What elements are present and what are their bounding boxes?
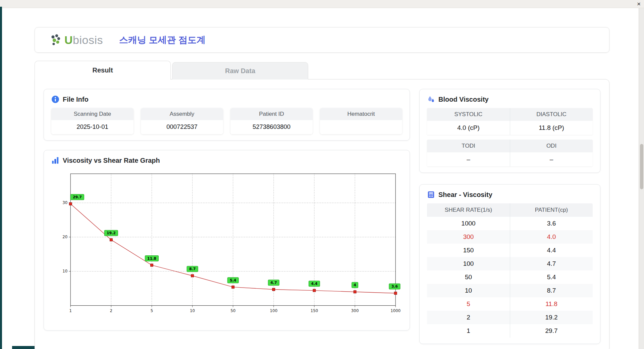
field-label: Patient ID xyxy=(230,108,313,120)
right-column: Blood Viscosity SYSTOLICDIASTOLIC4.0 (cP… xyxy=(419,89,600,344)
field-value: 2025-10-01 xyxy=(51,120,133,134)
shear-rate-column-header: SHEAR RATE(1/s) xyxy=(427,203,510,217)
table-row: 505.4 xyxy=(427,270,593,284)
shear-rate-cell: 50 xyxy=(427,270,510,284)
patient-column-header: PATIENT(cp) xyxy=(510,203,593,217)
svg-text:30: 30 xyxy=(62,200,67,205)
scrollbar-thumb[interactable] xyxy=(640,144,643,189)
svg-text:19.2: 19.2 xyxy=(107,231,116,235)
blood-viscosity-title: Blood Viscosity xyxy=(438,96,489,103)
page-scrollbar[interactable] xyxy=(639,8,644,349)
patient-cell: 29.7 xyxy=(510,324,593,338)
table-row: 511.8 xyxy=(427,297,593,311)
droplets-icon xyxy=(427,95,435,103)
shear-rate-cell: 1000 xyxy=(427,217,510,230)
svg-text:29.7: 29.7 xyxy=(73,195,82,199)
left-column: File Info Scanning Date2025-10-01Assembl… xyxy=(44,89,410,344)
svg-text:100: 100 xyxy=(270,308,278,313)
calculator-icon xyxy=(427,191,435,199)
shear-table-header: SHEAR RATE(1/s) PATIENT(cp) xyxy=(427,203,593,217)
svg-text:50: 50 xyxy=(230,308,235,313)
shear-rate-cell: 100 xyxy=(427,257,510,270)
bar-chart-icon xyxy=(51,156,59,164)
bv-header-cell: ODI xyxy=(510,140,593,152)
app-window: Ubiosis 스캐닝 모세관 점도계 Result Raw Data File… xyxy=(35,27,609,349)
tab-bar: Result Raw Data xyxy=(35,61,609,79)
svg-text:10: 10 xyxy=(190,308,195,313)
ubiosis-logo: Ubiosis xyxy=(50,34,103,46)
bv-value-cell: 4.0 (cP) xyxy=(427,121,510,135)
table-row: 219.2 xyxy=(427,311,593,324)
graph-header: Viscosity vs Shear Rate Graph xyxy=(51,156,402,164)
svg-text:5.4: 5.4 xyxy=(230,278,236,283)
svg-text:150: 150 xyxy=(311,308,318,313)
tab-result[interactable]: Result xyxy=(35,61,171,80)
shear-rate-cell: 2 xyxy=(427,311,510,324)
viscosity-chart: 1251050100150300100010203029.719.211.88.… xyxy=(51,168,402,324)
shear-rate-cell: 5 xyxy=(427,297,510,311)
table-row: 129.7 xyxy=(427,324,593,338)
svg-text:5: 5 xyxy=(151,308,153,313)
grapes-logo-icon xyxy=(50,34,62,46)
shear-rate-cell: 300 xyxy=(427,230,510,244)
patient-cell: 11.8 xyxy=(510,297,593,311)
blood-viscosity-header: Blood Viscosity xyxy=(427,95,593,103)
svg-text:4.7: 4.7 xyxy=(270,281,277,285)
file-info-field: Assembly000722537 xyxy=(141,108,223,134)
svg-text:20: 20 xyxy=(62,235,67,239)
logo-text: Ubiosis xyxy=(64,34,103,46)
page-title: 스캐닝 모세관 점도계 xyxy=(119,34,206,46)
patient-cell: 4.7 xyxy=(510,257,593,270)
shear-rate-cell: 1 xyxy=(427,324,510,338)
shear-viscosity-header: Shear - Viscosity xyxy=(427,191,593,199)
table-row: 1004.7 xyxy=(427,257,593,270)
blood-viscosity-card: Blood Viscosity SYSTOLICDIASTOLIC4.0 (cP… xyxy=(419,89,600,173)
blood-viscosity-table: TODIODI–– xyxy=(427,140,593,166)
blood-viscosity-table: SYSTOLICDIASTOLIC4.0 (cP)11.8 (cP) xyxy=(427,108,593,135)
window-titlebar xyxy=(0,0,644,8)
svg-text:3.6: 3.6 xyxy=(391,284,398,289)
file-info-fields: Scanning Date2025-10-01Assembly000722537… xyxy=(51,108,402,134)
svg-text:300: 300 xyxy=(351,308,359,313)
logo-letter-u: U xyxy=(64,34,73,46)
shear-rate-cell: 10 xyxy=(427,284,510,297)
svg-text:8.7: 8.7 xyxy=(189,267,196,271)
shear-viscosity-title: Shear - Viscosity xyxy=(438,191,492,199)
file-info-header: File Info xyxy=(51,95,402,103)
field-value: 000722537 xyxy=(141,120,223,134)
logo-word-biosis: biosis xyxy=(73,34,103,46)
table-row: 10003.6 xyxy=(427,217,593,230)
file-info-field: Patient ID52738603800 xyxy=(230,108,313,134)
graph-card: Viscosity vs Shear Rate Graph 1251050100… xyxy=(44,150,410,331)
bv-header-cell: TODI xyxy=(427,140,510,152)
window-close-button[interactable]: × xyxy=(637,0,641,8)
file-info-field: Scanning Date2025-10-01 xyxy=(51,108,133,134)
field-label: Hematocrit xyxy=(320,108,402,120)
result-panel: File Info Scanning Date2025-10-01Assembl… xyxy=(35,79,609,349)
blood-viscosity-tables: SYSTOLICDIASTOLIC4.0 (cP)11.8 (cP)TODIOD… xyxy=(427,108,593,166)
bv-header-cell: DIASTOLIC xyxy=(510,108,593,121)
window-left-border xyxy=(0,7,2,349)
svg-text:4: 4 xyxy=(354,283,356,287)
bv-value-cell: 11.8 (cP) xyxy=(510,121,593,135)
bv-value-cell: – xyxy=(510,152,593,166)
shear-table: SHEAR RATE(1/s) PATIENT(cp) 10003.63004.… xyxy=(427,203,593,338)
patient-cell: 4.0 xyxy=(510,230,593,244)
patient-cell: 5.4 xyxy=(510,270,593,284)
shear-rate-cell: 150 xyxy=(427,244,510,257)
patient-cell: 4.4 xyxy=(510,244,593,257)
bv-header-cell: SYSTOLIC xyxy=(427,108,510,121)
svg-text:1000: 1000 xyxy=(390,308,400,313)
field-value xyxy=(320,120,402,134)
svg-text:4.4: 4.4 xyxy=(311,282,318,286)
patient-cell: 3.6 xyxy=(510,217,593,230)
svg-text:11.8: 11.8 xyxy=(147,256,156,261)
tab-raw-data[interactable]: Raw Data xyxy=(172,62,308,80)
file-info-card: File Info Scanning Date2025-10-01Assembl… xyxy=(44,89,410,141)
table-row: 3004.0 xyxy=(427,230,593,244)
logo-header: Ubiosis 스캐닝 모세관 점도계 xyxy=(35,27,609,53)
patient-cell: 19.2 xyxy=(510,311,593,324)
patient-cell: 8.7 xyxy=(510,284,593,297)
bv-value-cell: – xyxy=(427,152,510,166)
file-info-title: File Info xyxy=(63,96,89,103)
